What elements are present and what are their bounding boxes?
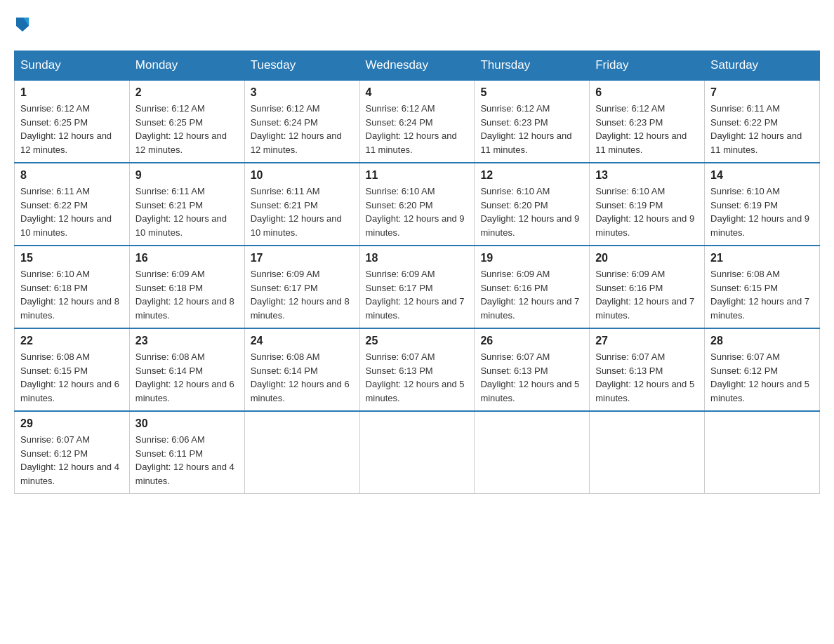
day-number: 23 [135,335,239,347]
calendar-cell: 8 Sunrise: 6:11 AM Sunset: 6:22 PM Dayli… [15,163,130,246]
sunset-label: Sunset: [135,283,169,293]
day-number: 14 [710,169,814,182]
sunrise-label: Sunrise: [135,186,171,196]
sunset-label: Sunset: [710,200,744,210]
calendar-cell: 6 Sunrise: 6:12 AM Sunset: 6:23 PM Dayli… [590,80,705,163]
sunset-value: 6:14 PM [169,365,203,376]
daylight-label: Daylight: [480,296,518,307]
sunrise-value: 6:10 AM [632,186,666,196]
day-number: 3 [251,86,354,99]
day-info: Sunrise: 6:09 AM Sunset: 6:18 PM Dayligh… [135,267,239,322]
day-info: Sunrise: 6:09 AM Sunset: 6:17 PM Dayligh… [366,267,469,322]
sunset-value: 6:24 PM [284,117,317,128]
sunset-value: 6:12 PM [54,448,88,459]
daylight-label: Daylight: [20,213,58,224]
sunset-value: 6:17 PM [284,283,317,293]
daylight-label: Daylight: [251,213,289,224]
sunset-value: 6:14 PM [284,365,317,376]
sunset-label: Sunset: [135,448,169,459]
sunset-label: Sunset: [595,200,629,210]
sunrise-label: Sunrise: [710,351,746,362]
daylight-label: Daylight: [595,296,633,307]
sunrise-label: Sunrise: [366,103,402,114]
daylight-label: Daylight: [135,130,173,141]
week-row-5: 29 Sunrise: 6:07 AM Sunset: 6:12 PM Dayl… [15,411,820,494]
sunset-label: Sunset: [710,117,744,128]
sunset-value: 6:19 PM [629,200,663,210]
calendar-cell: 23 Sunrise: 6:08 AM Sunset: 6:14 PM Dayl… [129,328,244,411]
calendar-cell: 18 Sunrise: 6:09 AM Sunset: 6:17 PM Dayl… [359,246,475,328]
daylight-label: Daylight: [135,296,173,307]
sunset-value: 6:19 PM [744,200,778,210]
sunset-label: Sunset: [20,283,54,293]
day-info: Sunrise: 6:10 AM Sunset: 6:20 PM Dayligh… [366,185,469,239]
daylight-label: Daylight: [710,379,748,389]
sunset-label: Sunset: [480,200,514,210]
calendar-cell: 19 Sunrise: 6:09 AM Sunset: 6:16 PM Dayl… [475,246,590,328]
day-info: Sunrise: 6:11 AM Sunset: 6:22 PM Dayligh… [710,102,814,156]
sunset-value: 6:16 PM [514,283,548,293]
calendar-cell: 22 Sunrise: 6:08 AM Sunset: 6:15 PM Dayl… [15,328,130,411]
sunrise-value: 6:08 AM [171,351,205,362]
day-number: 17 [251,252,354,264]
day-info: Sunrise: 6:06 AM Sunset: 6:11 PM Dayligh… [135,433,239,488]
sunset-label: Sunset: [480,283,514,293]
sunset-label: Sunset: [135,200,169,210]
sunset-label: Sunset: [366,200,399,210]
day-number: 2 [135,86,239,99]
sunrise-value: 6:12 AM [402,103,435,114]
day-number: 19 [480,252,583,264]
day-number: 4 [366,86,469,99]
calendar-cell: 15 Sunrise: 6:10 AM Sunset: 6:18 PM Dayl… [15,246,130,328]
day-number: 1 [20,86,124,99]
day-info: Sunrise: 6:10 AM Sunset: 6:18 PM Dayligh… [20,267,124,322]
sunrise-label: Sunrise: [366,269,402,279]
sunrise-label: Sunrise: [20,269,56,279]
sunset-label: Sunset: [251,283,284,293]
sunrise-label: Sunrise: [595,269,631,279]
sunset-value: 6:18 PM [54,283,88,293]
day-info: Sunrise: 6:12 AM Sunset: 6:24 PM Dayligh… [251,102,354,156]
day-header-sunday: Sunday [15,51,130,81]
day-info: Sunrise: 6:07 AM Sunset: 6:13 PM Dayligh… [366,350,469,405]
day-number: 12 [480,169,583,182]
sunrise-value: 6:12 AM [517,103,550,114]
sunrise-label: Sunrise: [135,103,171,114]
sunrise-label: Sunrise: [480,351,516,362]
calendar-cell: 30 Sunrise: 6:06 AM Sunset: 6:11 PM Dayl… [129,411,244,494]
day-header-saturday: Saturday [705,51,820,81]
day-header-friday: Friday [590,51,705,81]
day-header-monday: Monday [129,51,244,81]
sunset-value: 6:25 PM [169,117,203,128]
sunrise-label: Sunrise: [595,186,631,196]
daylight-label: Daylight: [366,296,404,307]
day-info: Sunrise: 6:12 AM Sunset: 6:23 PM Dayligh… [480,102,583,156]
calendar-cell: 4 Sunrise: 6:12 AM Sunset: 6:24 PM Dayli… [359,80,475,163]
sunrise-value: 6:09 AM [171,269,205,279]
day-info: Sunrise: 6:10 AM Sunset: 6:19 PM Dayligh… [595,185,699,239]
sunset-label: Sunset: [595,365,629,376]
sunset-label: Sunset: [366,117,399,128]
day-number: 27 [595,335,699,347]
sunrise-value: 6:11 AM [746,103,780,114]
page-header [14,14,820,36]
sunset-label: Sunset: [20,365,54,376]
daylight-label: Daylight: [710,130,748,141]
svg-marker-2 [16,26,29,32]
sunrise-label: Sunrise: [710,103,746,114]
sunset-label: Sunset: [710,283,744,293]
calendar-cell: 2 Sunrise: 6:12 AM Sunset: 6:25 PM Dayli… [129,80,244,163]
sunset-value: 6:16 PM [629,283,663,293]
day-info: Sunrise: 6:07 AM Sunset: 6:12 PM Dayligh… [710,350,814,405]
sunrise-value: 6:08 AM [56,351,90,362]
sunrise-value: 6:09 AM [286,269,320,279]
day-number: 21 [710,252,814,264]
daylight-label: Daylight: [595,130,633,141]
sunset-label: Sunset: [20,117,54,128]
calendar-header-row: SundayMondayTuesdayWednesdayThursdayFrid… [15,51,820,81]
day-number: 7 [710,86,814,99]
calendar-cell: 13 Sunrise: 6:10 AM Sunset: 6:19 PM Dayl… [590,163,705,246]
sunrise-value: 6:07 AM [56,434,90,445]
daylight-label: Daylight: [20,379,58,389]
sunrise-value: 6:12 AM [286,103,320,114]
